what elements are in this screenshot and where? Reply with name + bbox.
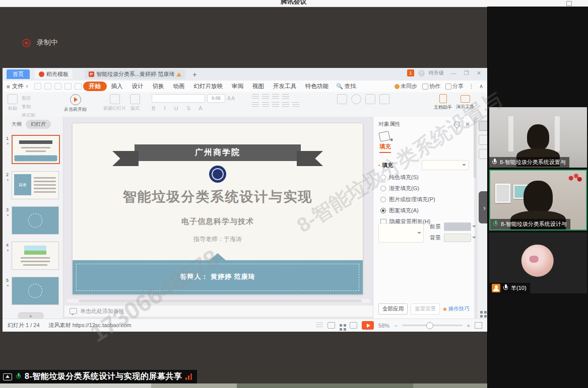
undo-icon[interactable] bbox=[64, 83, 72, 90]
zoom-slider[interactable] bbox=[402, 325, 463, 326]
option-solid-fill[interactable]: 纯色填充(S) bbox=[380, 174, 474, 181]
new-tab-button[interactable]: + bbox=[192, 70, 197, 79]
expand-panel-button[interactable]: › bbox=[479, 191, 487, 223]
option-pattern-fill[interactable]: 图案填充(A) bbox=[380, 207, 474, 214]
new-slide-button[interactable]: 新建幻灯片 bbox=[103, 94, 126, 112]
participant-video-2-active[interactable]: 8-智能垃圾分类系统设计与 bbox=[489, 170, 587, 230]
menu-item-view[interactable]: 视图 bbox=[248, 82, 269, 91]
paste-button[interactable]: 粘贴 bbox=[8, 94, 18, 112]
text-box-button[interactable] bbox=[337, 94, 347, 104]
slide-1[interactable]: 广州商学院 智能垃圾分类系统设计与实现 电子信息科学与技术 指导老师：于海涛 答… bbox=[73, 123, 363, 294]
save-icon[interactable] bbox=[34, 83, 41, 90]
align-right-icon[interactable] bbox=[272, 102, 279, 108]
sorter-view-icon[interactable] bbox=[340, 324, 342, 327]
wps-window-controls[interactable]: — ❐ ✕ bbox=[451, 70, 484, 76]
fill-preset-dropdown[interactable] bbox=[422, 160, 469, 170]
font-name-input[interactable] bbox=[152, 94, 205, 103]
tab-home[interactable]: 首页 bbox=[7, 69, 30, 79]
menu-item-design[interactable]: 设计 bbox=[127, 82, 148, 91]
slide-thumb-5[interactable]: 5 bbox=[3, 277, 61, 305]
pin-icon[interactable] bbox=[452, 120, 461, 128]
collapse-ribbon-button[interactable]: ∧ bbox=[479, 83, 483, 90]
notes-bar[interactable]: 单击此处添加备注 bbox=[64, 305, 373, 317]
fit-slide-icon[interactable] bbox=[475, 322, 482, 329]
option-gradient-fill[interactable]: 渐变填充(G) bbox=[380, 185, 474, 192]
preview-icon[interactable] bbox=[54, 83, 61, 90]
indent-icon[interactable] bbox=[272, 94, 279, 100]
justify-icon[interactable] bbox=[282, 102, 289, 108]
play-from-current-button[interactable]: 从当前开始 bbox=[64, 94, 87, 113]
slide-thumb-4[interactable]: 4 bbox=[3, 242, 61, 270]
outline-button[interactable] bbox=[379, 94, 389, 104]
search-button[interactable]: 🔍 查找 bbox=[336, 83, 356, 90]
tab-outline[interactable]: 大纲 bbox=[12, 121, 22, 128]
text-format-buttons[interactable]: B I U S A bbox=[152, 105, 206, 111]
notification-badge[interactable]: 1 bbox=[407, 69, 414, 76]
numbered-list-icon[interactable] bbox=[262, 94, 269, 100]
horizontal-scrollbar[interactable] bbox=[67, 299, 370, 303]
normal-view-icon[interactable] bbox=[328, 322, 335, 329]
print-icon[interactable] bbox=[44, 83, 51, 90]
option-picture-fill[interactable]: 图片或纹理填充(P) bbox=[380, 196, 474, 203]
menu-item-review[interactable]: 审阅 bbox=[227, 82, 248, 91]
slide-thumb-3[interactable]: 3 bbox=[3, 206, 61, 235]
effects-strip-icon[interactable] bbox=[479, 135, 487, 145]
doc-assistant-button[interactable]: 文档助手 bbox=[434, 94, 452, 111]
fill-tab[interactable]: 填充 bbox=[379, 143, 391, 153]
apply-all-button[interactable]: 全部应用 bbox=[378, 303, 408, 315]
tab-slides[interactable]: 幻灯片 bbox=[26, 120, 51, 129]
zoom-out-button[interactable]: − bbox=[394, 323, 397, 329]
more-menu-button[interactable]: ⋮ bbox=[469, 83, 474, 90]
copy-button[interactable]: 复制 bbox=[22, 104, 35, 110]
shapes-button[interactable] bbox=[351, 94, 361, 104]
tab-document[interactable]: P 智能垃圾分类系...黄婷婷 范康琦 bbox=[85, 69, 185, 79]
file-menu[interactable]: ≡ 文件 ∨ bbox=[3, 83, 33, 90]
font-size-input[interactable]: 0.05 bbox=[207, 94, 225, 103]
panel-scrollbar[interactable] bbox=[474, 118, 476, 178]
tips-link[interactable]: 操作技巧 bbox=[443, 305, 470, 313]
zoom-level[interactable]: 58% bbox=[378, 323, 389, 329]
notes-toggle-icon[interactable] bbox=[316, 323, 323, 328]
collaborate-button[interactable]: 协作 bbox=[422, 83, 440, 90]
menu-item-features[interactable]: 特色功能 bbox=[301, 82, 333, 91]
material-link[interactable]: 清风素材 https://12sc.taobao.com bbox=[49, 322, 132, 329]
menu-item-slideshow[interactable]: 幻灯片放映 bbox=[189, 82, 228, 91]
cut-button[interactable]: 剪切 bbox=[22, 95, 35, 102]
zoom-in-button[interactable]: + bbox=[467, 323, 470, 329]
bullet-list-icon[interactable] bbox=[252, 94, 259, 100]
zoom-slider-knob[interactable] bbox=[426, 322, 433, 329]
help-icon[interactable]: ? bbox=[418, 70, 425, 76]
align-center-icon[interactable] bbox=[262, 102, 269, 108]
participant-video-1[interactable]: 8-智能垃圾分类系统设置与 bbox=[489, 107, 587, 168]
share-button[interactable]: 分享 bbox=[445, 83, 464, 90]
menu-item-insert[interactable]: 插入 bbox=[107, 82, 127, 91]
reading-view-icon[interactable] bbox=[350, 322, 357, 329]
window-restore-icon[interactable] bbox=[566, 1, 572, 6]
menu-item-animation[interactable]: 动画 bbox=[169, 82, 189, 91]
pattern-picker-dropdown[interactable] bbox=[378, 223, 424, 243]
columns-icon[interactable] bbox=[292, 102, 299, 108]
menu-item-start[interactable]: 开始 bbox=[83, 82, 107, 91]
slideshow-play-button[interactable] bbox=[362, 321, 374, 330]
participant-video-3[interactable]: 羊(10) bbox=[489, 232, 587, 293]
properties-strip-icon[interactable] bbox=[479, 121, 487, 131]
sync-status[interactable]: 未同步 bbox=[395, 83, 417, 90]
upgrade-label[interactable]: 待升级 bbox=[429, 69, 444, 76]
slide-sorter-icon[interactable] bbox=[480, 311, 483, 314]
reset-background-button[interactable]: 重置背景 bbox=[411, 303, 440, 315]
arrange-button[interactable] bbox=[365, 94, 375, 104]
align-left-icon[interactable] bbox=[252, 102, 259, 108]
menu-item-transition[interactable]: 切换 bbox=[148, 82, 169, 91]
redo-icon[interactable] bbox=[75, 83, 82, 90]
slide-thumb-1[interactable]: 1 bbox=[3, 135, 61, 164]
slide-thumb-2[interactable]: 2 目录 bbox=[3, 171, 61, 199]
tab-docer[interactable]: 稻壳模板 bbox=[35, 69, 73, 79]
menu-item-devtools[interactable]: 开发工具 bbox=[269, 82, 301, 91]
presentation-tools-button[interactable]: 演示工具 bbox=[456, 94, 474, 110]
line-spacing-icon[interactable] bbox=[282, 94, 289, 100]
slide-layout-button[interactable]: 版式 bbox=[130, 94, 140, 112]
switch-strip-icon[interactable] bbox=[479, 149, 487, 159]
close-panel-icon[interactable]: ✕ bbox=[465, 121, 470, 128]
foreground-color-dropdown[interactable] bbox=[444, 222, 471, 231]
background-color-dropdown[interactable] bbox=[444, 234, 471, 242]
